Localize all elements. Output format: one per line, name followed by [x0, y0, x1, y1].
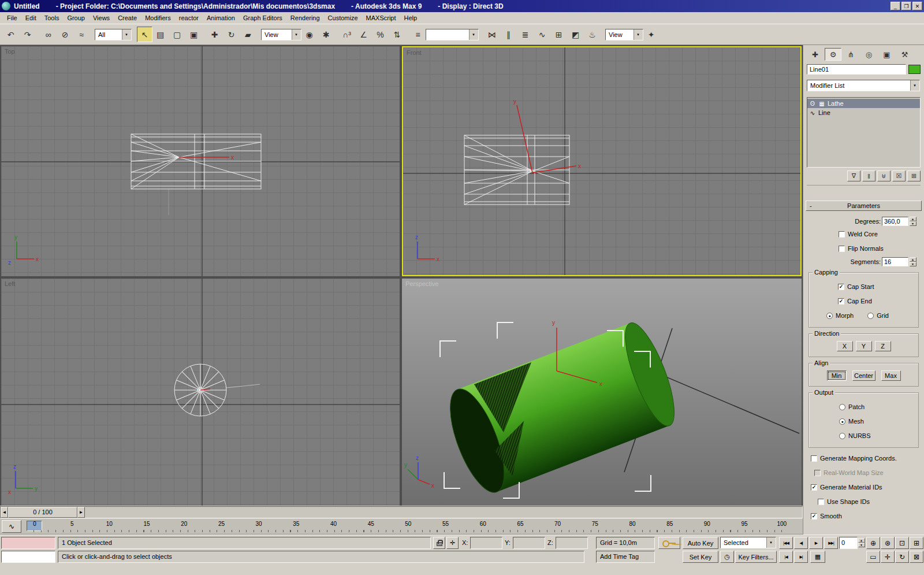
menu-item[interactable]: File	[3, 13, 21, 23]
spinner-down-icon[interactable]	[910, 262, 916, 266]
viewport-left[interactable]: Left z y x	[1, 279, 400, 506]
make-unique-button[interactable]: ⊎	[877, 170, 891, 181]
degrees-field[interactable]: 360,0	[882, 217, 908, 226]
use-shape-ids-checkbox[interactable]	[818, 499, 824, 505]
select-by-name-button[interactable]: ▤	[152, 27, 168, 42]
curve-editor-button[interactable]: ∿	[534, 27, 550, 42]
bind-to-space-warp-button[interactable]: ≈	[74, 27, 90, 42]
key-mode-dropdown[interactable]: Selected	[720, 537, 776, 548]
dropdown-arrow-icon[interactable]	[766, 537, 776, 548]
direction-y-button[interactable]: Y	[856, 341, 872, 351]
time-slider[interactable]: ◄ 0 / 100 ►	[0, 506, 803, 518]
segments-field[interactable]: 16	[882, 257, 908, 266]
dropdown-arrow-icon[interactable]	[122, 29, 131, 40]
menu-item[interactable]: Tools	[40, 13, 64, 23]
schematic-view-button[interactable]: ⊞	[551, 27, 567, 42]
maxscript-mini-listener-script[interactable]	[1, 551, 55, 563]
play-button[interactable]: ▶	[809, 537, 823, 549]
time-slider-next-arrow[interactable]: ►	[77, 507, 85, 518]
window-titlebar[interactable]: Untitled- Project Folder: C:\Documents a…	[0, 0, 924, 12]
viewport-top[interactable]: Top	[1, 46, 400, 276]
spinner-down-icon[interactable]	[910, 221, 916, 226]
previous-key-button[interactable]: |◀	[779, 551, 793, 563]
open-mini-curve-editor-button[interactable]: ∿	[2, 520, 21, 533]
hierarchy-tab[interactable]: ⋔	[843, 48, 859, 61]
align-min-button[interactable]: Min	[827, 370, 847, 381]
grid-radio[interactable]	[867, 313, 874, 319]
use-pivot-point-center-button[interactable]: ◉	[301, 27, 317, 42]
viewport-top-label[interactable]: Top	[5, 48, 15, 55]
pin-stack-button[interactable]: ∇	[847, 170, 860, 181]
show-end-result-button[interactable]: ‖	[862, 170, 875, 181]
zoom-all-button[interactable]: ⊛	[881, 537, 895, 549]
modify-tab[interactable]: ⚙	[825, 48, 841, 61]
previous-frame-button[interactable]: ◀|	[794, 537, 808, 549]
modifier-stack-item-line[interactable]: ∿ Line	[807, 108, 920, 117]
flip-normals-checkbox[interactable]	[839, 246, 845, 252]
current-frame-field[interactable]: 0	[839, 537, 858, 549]
mesh-radio[interactable]: ●	[839, 418, 845, 425]
modifier-list-dropdown[interactable]: Modifier List	[807, 80, 920, 91]
direction-x-button[interactable]: X	[837, 341, 853, 351]
add-time-tag[interactable]: Add Time Tag	[596, 551, 655, 563]
smooth-checkbox[interactable]: ✓	[811, 513, 817, 520]
menu-item[interactable]: Customize	[324, 13, 362, 23]
viewport-left-label[interactable]: Left	[5, 280, 15, 287]
select-and-scale-button[interactable]: ▰	[240, 27, 256, 42]
direction-z-button[interactable]: Z	[875, 341, 891, 351]
object-name-field[interactable]: Line01	[807, 64, 906, 75]
x-coordinate-field[interactable]	[470, 537, 502, 549]
zoom-region-button[interactable]: ▭	[866, 551, 880, 563]
reference-coordinate-dropdown[interactable]: View	[261, 29, 301, 40]
align-max-button[interactable]: Max	[881, 370, 901, 381]
frame-spinner[interactable]	[858, 538, 865, 547]
selection-lock-toggle[interactable]	[433, 537, 445, 549]
align-button[interactable]: ∥	[501, 27, 516, 42]
menu-item[interactable]: Graph Editors	[239, 13, 286, 23]
track-bar[interactable]: ∿ 05101520253035404550556065707580859095…	[0, 519, 803, 535]
menu-item[interactable]: Group	[63, 13, 89, 23]
quick-render-button[interactable]: ✦	[643, 27, 659, 42]
align-center-button[interactable]: Center	[852, 370, 875, 381]
modifier-stack[interactable]: ʘ ▦ Lathe ∿ Line	[807, 97, 921, 168]
select-and-rotate-button[interactable]: ↻	[223, 27, 239, 42]
menu-item[interactable]: Views	[89, 13, 114, 23]
render-scene-button[interactable]: ♨	[584, 27, 600, 42]
menu-item[interactable]: reactor	[175, 13, 203, 23]
dropdown-arrow-icon[interactable]	[634, 29, 643, 40]
viewport-front[interactable]: Front	[402, 46, 802, 276]
y-coordinate-field[interactable]	[513, 537, 545, 549]
generate-material-ids-checkbox[interactable]: ✓	[811, 484, 817, 491]
pan-view-button[interactable]: ✛	[881, 551, 895, 563]
remove-modifier-button[interactable]: ☒	[892, 170, 906, 181]
menu-item[interactable]: Help	[400, 13, 422, 23]
key-filters-button[interactable]: Key Filters...	[735, 551, 777, 563]
maxscript-mini-listener-macro[interactable]	[1, 537, 55, 549]
undo-button[interactable]: ↶	[3, 27, 18, 42]
named-selection-sets-dropdown[interactable]	[426, 29, 479, 40]
dropdown-arrow-icon[interactable]	[292, 29, 301, 40]
menu-item[interactable]: Modifiers	[141, 13, 175, 23]
create-tab[interactable]: ✚	[807, 48, 824, 61]
collapse-icon[interactable]: -	[810, 201, 812, 210]
track-bar-ruler[interactable]: 0510152025303540455055606570758085909510…	[28, 521, 789, 534]
viewport-front-label[interactable]: Front	[407, 49, 422, 56]
visibility-bulb-icon[interactable]: ʘ	[809, 101, 816, 107]
selection-filter-dropdown[interactable]: All	[95, 29, 132, 40]
dropdown-arrow-icon[interactable]	[910, 80, 919, 91]
spinner-snap-button[interactable]: ⇅	[389, 27, 405, 42]
menu-item[interactable]: Create	[114, 13, 141, 23]
nurbs-radio[interactable]	[839, 433, 845, 439]
spinner-up-icon[interactable]	[858, 538, 865, 543]
edit-named-selection-sets-button[interactable]: ≡	[410, 27, 426, 42]
object-color-swatch[interactable]	[908, 65, 921, 74]
auto-key-toggle[interactable]: Auto Key	[683, 537, 718, 549]
degrees-spinner[interactable]	[910, 217, 916, 226]
angle-snap-button[interactable]: ∠	[356, 27, 371, 42]
modifier-stack-item-lathe[interactable]: ʘ ▦ Lathe	[807, 99, 920, 108]
viewport-perspective[interactable]: Perspective	[402, 279, 802, 506]
dropdown-arrow-icon[interactable]	[469, 29, 478, 40]
cap-start-checkbox[interactable]: ✓	[838, 284, 844, 290]
select-and-manipulate-button[interactable]: ✱	[318, 27, 334, 42]
cap-end-checkbox[interactable]: ✓	[838, 298, 844, 305]
